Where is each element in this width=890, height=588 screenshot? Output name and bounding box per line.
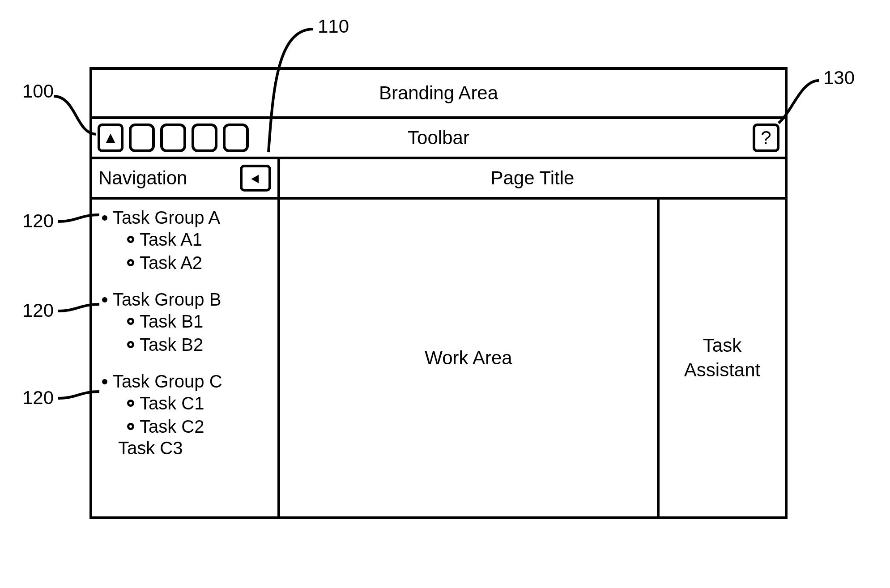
app-frame: Branding Area Toolbar ? Navigation (89, 67, 788, 519)
left-triangle-icon (250, 167, 261, 189)
callout-120a: 120 (22, 210, 54, 232)
branding-label: Branding Area (379, 82, 498, 104)
main-column: Page Title Work Area Task Assistant (280, 159, 785, 516)
task-group-c[interactable]: Task Group C Task C1 Task C2 (92, 371, 277, 438)
bullet-filled-icon (102, 297, 107, 303)
task-label: Task C2 (140, 415, 204, 438)
svg-marker-1 (251, 175, 259, 183)
bullet-filled-icon (102, 379, 107, 384)
task-item-b2[interactable]: Task B2 (127, 333, 277, 356)
toolbar: Toolbar ? (92, 119, 785, 159)
bullet-open-icon (127, 423, 134, 430)
bullet-open-icon (127, 259, 134, 266)
toolbar-button-4[interactable] (192, 124, 217, 152)
toolbar-button-5[interactable] (223, 124, 249, 152)
bullet-open-icon (127, 318, 134, 325)
task-item-a2[interactable]: Task A2 (127, 251, 277, 274)
content-row: Navigation Task Group A (92, 159, 785, 516)
navigation-body: Task Group A Task A1 Task A2 (92, 200, 277, 516)
callout-120c: 120 (22, 387, 54, 409)
toolbar-button-group (98, 124, 249, 152)
main-body: Work Area Task Assistant (280, 200, 785, 516)
callout-130: 130 (823, 67, 855, 89)
bullet-filled-icon (102, 215, 107, 221)
task-group-label: Task Group A (113, 208, 220, 228)
task-label: Task A1 (140, 228, 202, 251)
collapse-nav-button[interactable] (240, 165, 271, 192)
help-icon: ? (761, 127, 771, 149)
page-title: Page Title (280, 159, 785, 200)
task-item-c3[interactable]: Task C3 (92, 438, 277, 458)
callout-120b: 120 (22, 300, 54, 321)
task-assistant-panel: Task Assistant (660, 200, 785, 516)
task-label: Task B1 (140, 310, 203, 333)
toolbar-button-2[interactable] (129, 124, 155, 152)
toolbar-label: Toolbar (408, 127, 469, 149)
task-group-b[interactable]: Task Group B Task B1 Task B2 (92, 290, 277, 356)
task-item-b1[interactable]: Task B1 (127, 310, 277, 333)
bullet-open-icon (127, 341, 134, 348)
toolbar-button-1[interactable] (98, 124, 123, 152)
branding-area: Branding Area (92, 70, 785, 119)
navigation-header: Navigation (92, 159, 277, 200)
callout-110: 110 (318, 16, 349, 37)
task-item-a1[interactable]: Task A1 (127, 228, 277, 251)
task-item-c1[interactable]: Task C1 (127, 392, 277, 415)
task-group-label: Task Group C (113, 371, 222, 392)
svg-marker-0 (106, 134, 115, 143)
task-assistant-label: Task Assistant (684, 333, 760, 382)
task-group-label: Task Group B (113, 290, 221, 310)
task-label: Task A2 (140, 251, 202, 274)
toolbar-button-3[interactable] (160, 124, 186, 152)
up-triangle-icon (105, 127, 116, 149)
task-label: Task B2 (140, 333, 203, 356)
help-button[interactable]: ? (753, 124, 779, 152)
task-item-c2[interactable]: Task C2 (127, 415, 277, 438)
work-area: Work Area (280, 200, 660, 516)
task-label: Task C1 (140, 392, 204, 415)
work-area-label: Work Area (425, 347, 512, 369)
navigation-panel: Navigation Task Group A (92, 159, 280, 516)
page-title-label: Page Title (491, 167, 575, 189)
bullet-open-icon (127, 400, 134, 407)
task-group-a[interactable]: Task Group A Task A1 Task A2 (92, 208, 277, 274)
callout-100: 100 (22, 81, 54, 102)
bullet-open-icon (127, 236, 134, 243)
navigation-label: Navigation (98, 167, 187, 189)
task-label: Task C3 (118, 438, 183, 458)
